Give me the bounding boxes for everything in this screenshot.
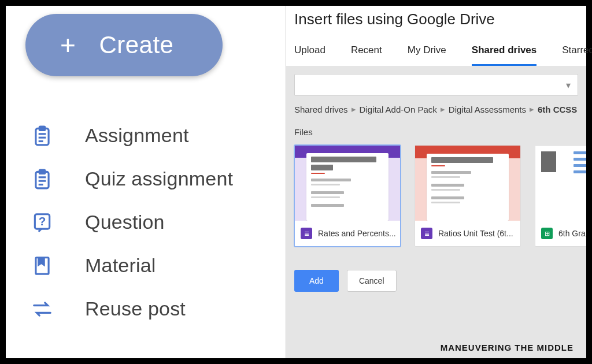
crumb[interactable]: Digital Assessments xyxy=(449,105,526,114)
menu-item-reuse-post[interactable]: Reuse post xyxy=(31,287,286,330)
sheets-icon: ⊞ xyxy=(541,228,553,239)
plus-icon: + xyxy=(60,32,76,58)
svg-rect-6 xyxy=(39,170,45,173)
tab-shared-drives[interactable]: Shared drives xyxy=(472,39,536,66)
file-card[interactable]: ≣ Ratios Unit Test (6t... xyxy=(415,145,521,247)
clipboard-icon xyxy=(31,125,53,147)
breadcrumb: Shared drives ▸ Digital Add-On Pack ▸ Di… xyxy=(286,104,586,118)
chevron-right-icon: ▸ xyxy=(352,104,356,114)
forms-icon: ≣ xyxy=(301,228,312,239)
dropdown-arrow-icon: ▾ xyxy=(566,80,571,91)
file-name: Rates and Percents... xyxy=(318,229,396,238)
menu-item-material[interactable]: Material xyxy=(31,244,286,287)
create-button[interactable]: + Create xyxy=(25,14,223,76)
create-label: Create xyxy=(99,31,173,59)
menu-item-question[interactable]: ? Question xyxy=(31,200,286,244)
search-dropdown[interactable]: ▾ xyxy=(294,74,578,96)
file-thumbnail xyxy=(535,146,586,221)
picker-body: ▾ Shared drives ▸ Digital Add-On Pack ▸ … xyxy=(286,66,586,358)
menu-item-assignment[interactable]: Assignment xyxy=(31,114,286,157)
picker-tabs: Upload Recent My Drive Shared drives Sta… xyxy=(286,36,586,66)
dialog-actions: Add Cancel xyxy=(286,264,586,298)
classroom-create-panel: + Create Assignment Quiz assignment ? xyxy=(6,6,286,358)
menu-label: Assignment xyxy=(85,124,189,147)
file-thumbnail xyxy=(295,146,400,221)
file-name: Ratios Unit Test (6t... xyxy=(438,229,513,238)
menu-item-quiz-assignment[interactable]: Quiz assignment xyxy=(31,157,286,200)
add-button[interactable]: Add xyxy=(294,270,339,292)
crumb[interactable]: Shared drives xyxy=(294,105,348,114)
dialog-title: Insert files using Google Drive xyxy=(286,6,586,36)
menu-label: Reuse post xyxy=(85,298,186,320)
reuse-arrows-icon xyxy=(31,298,53,320)
chevron-right-icon: ▸ xyxy=(530,104,534,114)
files-label: Files xyxy=(286,118,586,142)
tab-upload[interactable]: Upload xyxy=(294,39,325,66)
files-grid: ≣ Rates and Percents... xyxy=(286,142,586,264)
clipboard-icon xyxy=(31,168,53,190)
question-icon: ? xyxy=(31,211,53,233)
crumb[interactable]: Digital Add-On Pack xyxy=(360,105,437,114)
chevron-right-icon: ▸ xyxy=(441,104,445,114)
create-menu: Assignment Quiz assignment ? Question Ma… xyxy=(14,114,286,330)
menu-label: Quiz assignment xyxy=(85,168,233,190)
drive-picker-dialog: Insert files using Google Drive Upload R… xyxy=(286,6,586,358)
tab-recent[interactable]: Recent xyxy=(351,39,382,66)
svg-text:?: ? xyxy=(39,214,46,227)
svg-rect-1 xyxy=(39,127,45,130)
file-thumbnail xyxy=(415,146,520,221)
forms-icon: ≣ xyxy=(421,228,432,239)
file-name: 6th Gra xyxy=(558,229,586,238)
menu-label: Material xyxy=(85,254,156,277)
crumb-current: 6th CCSS xyxy=(538,105,577,114)
tab-my-drive[interactable]: My Drive xyxy=(408,39,446,66)
file-card[interactable]: ⊞ 6th Gra xyxy=(535,145,586,247)
cancel-button[interactable]: Cancel xyxy=(347,270,397,292)
bookmark-page-icon xyxy=(31,255,53,277)
menu-label: Question xyxy=(85,211,165,233)
watermark-text: MANEUVERING THE MIDDLE xyxy=(441,343,574,352)
tab-starred[interactable]: Starred xyxy=(562,39,592,66)
file-card[interactable]: ≣ Rates and Percents... xyxy=(294,145,401,247)
